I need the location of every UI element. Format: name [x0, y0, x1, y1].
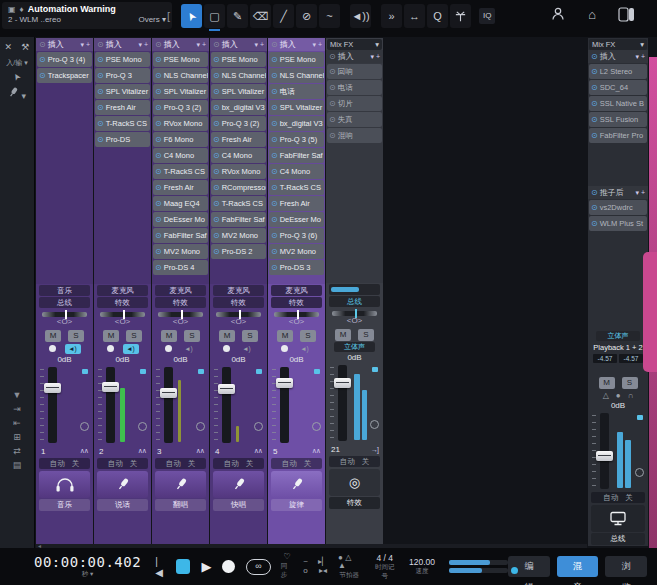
- plugin-power-icon[interactable]: ⊙: [155, 71, 162, 80]
- mixfx-dropdown[interactable]: Mix FX▾: [589, 39, 647, 50]
- inserts-header[interactable]: ⊙ 插入 ▾ +: [36, 38, 93, 51]
- plugin-warning-popup[interactable]: ▣ ♦ Automation Warning 2 - WLM ..ereo Ov…: [2, 2, 172, 29]
- output-select[interactable]: 特效: [213, 297, 264, 308]
- pan-slider[interactable]: [42, 312, 87, 317]
- plugin-power-icon[interactable]: ⊙: [591, 83, 598, 92]
- insert-slot[interactable]: ⊙F6 Mono: [153, 132, 208, 147]
- monitor-button[interactable]: ◄): [181, 344, 197, 354]
- channel-icon[interactable]: [271, 471, 322, 498]
- mute-button[interactable]: M: [45, 330, 61, 342]
- list-view-icon[interactable]: ▤: [13, 460, 22, 470]
- plugin-power-icon[interactable]: ⊙: [97, 103, 104, 112]
- close-console-button[interactable]: ✕: [5, 42, 13, 52]
- inserts-header[interactable]: ⊙ 插入 ▾ +: [152, 38, 209, 51]
- mute-button[interactable]: M: [161, 330, 177, 342]
- plugin-power-icon[interactable]: ⊙: [213, 231, 220, 240]
- insert-slot[interactable]: ⊙SPL Vitalizer: [211, 84, 266, 99]
- plugin-power-icon[interactable]: ⊙: [329, 115, 336, 124]
- insert-slot[interactable]: ⊙PSE Mono: [95, 52, 150, 67]
- insert-slot[interactable]: ⊙MV2 Mono: [153, 244, 208, 259]
- inserts-header[interactable]: ⊙ 插入 ▾ +: [326, 50, 383, 63]
- gain-value[interactable]: 0dB: [588, 401, 648, 413]
- insert-slot[interactable]: ⊙MV2 Mono: [269, 244, 324, 259]
- stop-button[interactable]: [176, 559, 190, 574]
- time-signature[interactable]: 4 / 4 时间记号: [372, 553, 397, 581]
- plugin-power-icon[interactable]: ⊙: [213, 135, 220, 144]
- fader-handle[interactable]: [218, 384, 235, 394]
- insert-slot[interactable]: ⊙NLS Channel: [211, 68, 266, 83]
- play-button[interactable]: ▶: [201, 559, 211, 574]
- automation-mode[interactable]: 自动关: [213, 458, 264, 469]
- channel-name[interactable]: 翻唱: [155, 499, 206, 511]
- insert-slot[interactable]: ⊙DeEsser Mo: [269, 212, 324, 227]
- insert-slot[interactable]: ⊙SSL Native B: [589, 96, 647, 111]
- follow-playhead-button[interactable]: »: [381, 4, 402, 28]
- insert-slot[interactable]: ⊙Pro-DS 4: [153, 260, 208, 275]
- output-device[interactable]: Playback 1 + 2: [588, 342, 648, 353]
- insert-slot[interactable]: ⊙NLS Channel: [269, 68, 324, 83]
- insert-slot[interactable]: ⊙电话: [269, 84, 324, 99]
- autoscroll-button[interactable]: ↔: [404, 4, 425, 28]
- gain-value[interactable]: 0dB: [268, 355, 325, 367]
- eraser-tool-button[interactable]: ⌫: [250, 4, 271, 28]
- channel-icon[interactable]: [213, 471, 264, 498]
- plugin-power-icon[interactable]: ⊙: [271, 151, 278, 160]
- listen-tool-button[interactable]: ◄)): [350, 4, 371, 28]
- plugin-power-icon[interactable]: ⊙: [97, 87, 104, 96]
- plugin-power-icon[interactable]: ⊙: [39, 71, 46, 80]
- mute-button[interactable]: M: [599, 377, 615, 389]
- input-select[interactable]: 麦克风: [213, 285, 264, 296]
- plugin-power-icon[interactable]: ⊙: [271, 87, 278, 96]
- insert-slot[interactable]: ⊙Pro-DS 2: [211, 244, 266, 259]
- inserts-header[interactable]: ⊙ 插入 ▾ +: [588, 50, 648, 63]
- insert-slot[interactable]: ⊙bx_digital V3: [269, 116, 324, 131]
- insert-slot[interactable]: ⊙SSL Fusion: [589, 112, 647, 127]
- return-to-zero-button[interactable]: |◀: [155, 556, 165, 578]
- plugin-power-icon[interactable]: ⊙: [271, 71, 278, 80]
- range-tool-button[interactable]: ▢: [204, 4, 225, 28]
- insert-slot[interactable]: ⊙SDC_64: [589, 80, 647, 95]
- pencil-tool-button[interactable]: ✎: [227, 4, 248, 28]
- plugin-power-icon[interactable]: ⊙: [213, 151, 220, 160]
- plugin-power-icon[interactable]: ⊙: [213, 87, 220, 96]
- record-arm-button[interactable]: [223, 345, 230, 352]
- plugin-power-icon[interactable]: ⊙: [155, 119, 162, 128]
- plugin-power-icon[interactable]: ⊙: [155, 151, 162, 160]
- inserts-power-icon[interactable]: ⊙: [213, 40, 220, 49]
- record-arm-button[interactable]: [107, 345, 114, 352]
- solo-button[interactable]: S: [68, 330, 84, 342]
- mute-button[interactable]: M: [335, 329, 351, 341]
- monitor-button[interactable]: ◄): [239, 344, 255, 354]
- channel-icon[interactable]: [591, 505, 645, 532]
- insert-slot[interactable]: ⊙切片: [327, 96, 382, 111]
- mixfx-dropdown[interactable]: Mix FX▾: [327, 39, 382, 50]
- insert-slot[interactable]: ⊙FabFilter Pro: [589, 128, 647, 143]
- plugin-power-icon[interactable]: ⊙: [97, 135, 104, 144]
- plugin-power-icon[interactable]: ⊙: [155, 167, 162, 176]
- input-level-slider[interactable]: [329, 284, 380, 295]
- insert-slot[interactable]: ⊙失真: [327, 112, 382, 127]
- plugin-power-icon[interactable]: ⊙: [213, 103, 220, 112]
- insert-slot[interactable]: ⊙电话: [327, 80, 382, 95]
- channel-name[interactable]: 旋律: [271, 499, 322, 511]
- metronome-toggle[interactable]: ● △ ▲ 节拍器: [338, 554, 360, 580]
- headphone-cue-icon[interactable]: ∩: [628, 391, 634, 400]
- bend-tool-button[interactable]: ~: [319, 4, 340, 28]
- home-button[interactable]: ⌂: [588, 7, 596, 22]
- plugin-power-icon[interactable]: ⊙: [39, 55, 46, 64]
- plugin-power-icon[interactable]: ⊙: [591, 203, 598, 212]
- plugin-power-icon[interactable]: ⊙: [155, 199, 162, 208]
- channel-name[interactable]: 快唱: [213, 499, 264, 511]
- gain-value[interactable]: 0dB: [152, 355, 209, 367]
- mix-panel-button[interactable]: [618, 7, 635, 22]
- solo-button[interactable]: S: [242, 330, 258, 342]
- io-filter-button[interactable]: 入/输 ▾: [0, 58, 34, 68]
- fader-handle[interactable]: [44, 383, 61, 393]
- plugin-power-icon[interactable]: ⊙: [271, 263, 278, 272]
- insert-slot[interactable]: ⊙T-RackS CS: [95, 116, 150, 131]
- plugin-power-icon[interactable]: ⊙: [271, 231, 278, 240]
- sync-toggle[interactable]: ♡ 同步: [281, 553, 293, 580]
- plugin-power-icon[interactable]: ⊙: [271, 167, 278, 176]
- automation-mode[interactable]: 自动关: [97, 458, 148, 469]
- plugin-power-icon[interactable]: ⊙: [155, 263, 162, 272]
